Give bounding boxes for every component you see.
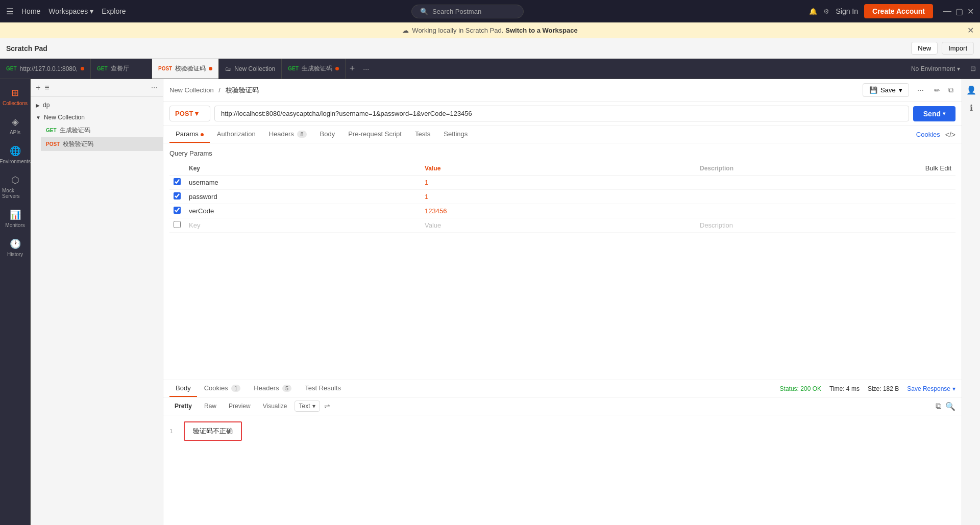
panel-filter-button[interactable]: ≡ [44, 83, 49, 92]
cookies-link[interactable]: Cookies [916, 131, 940, 138]
fmt-tab-visualize[interactable]: Visualize [258, 401, 292, 412]
resp-tab-cookies[interactable]: Cookies 1 [198, 380, 247, 397]
maximize-button[interactable]: ▢ [955, 7, 963, 16]
param-checkbox-placeholder[interactable] [174, 221, 181, 228]
tree-item-dp-label: dp [43, 102, 158, 109]
gear-icon[interactable]: ⚙ [823, 8, 829, 15]
param-key-3: verCode [189, 207, 214, 215]
copy-response-button[interactable]: ⧉ [936, 402, 941, 411]
param-value-2: 1 [425, 193, 428, 201]
tab-more-button[interactable]: ··· [359, 65, 373, 73]
menu-icon[interactable]: ☰ [6, 7, 13, 16]
tree-item-dp[interactable]: ▶ dp [31, 99, 163, 111]
send-button[interactable]: Send ▾ [913, 106, 955, 121]
response-status: Status: 200 OK Time: 4 ms Size: 182 B Sa… [780, 385, 955, 392]
save-button[interactable]: 💾 Save ▾ [863, 83, 909, 97]
sidebar-item-mock-servers[interactable]: ⬡ Mock Servers [0, 170, 30, 203]
search-input[interactable]: 🔍 Search Postman [411, 5, 524, 18]
url-input[interactable] [214, 106, 909, 121]
tab-body[interactable]: Body [314, 126, 341, 143]
new-button[interactable]: New [911, 42, 938, 55]
resp-tab-test-results[interactable]: Test Results [299, 380, 347, 397]
nav-right: 🔔 ⚙ Sign In Create Account — ▢ ✕ [809, 4, 974, 18]
tab-params[interactable]: Params [169, 126, 210, 143]
param-checkbox-3[interactable] [174, 207, 181, 214]
method-chevron-icon: ▾ [195, 110, 199, 117]
copy-button[interactable]: ⧉ [946, 84, 955, 96]
right-panel-info-icon[interactable]: ℹ [968, 101, 975, 115]
response-line-1: 1 验证码不正确 [169, 421, 955, 441]
tab-authorization[interactable]: Authorization [211, 126, 262, 143]
resp-tab-headers[interactable]: Headers 5 [248, 380, 298, 397]
response-tabs-bar: Body Cookies 1 Headers 5 Test Results St… [163, 380, 962, 397]
save-response-button[interactable]: Save Response ▾ [907, 385, 955, 392]
environment-label: No Environment [911, 65, 955, 72]
tab-pre-request-script[interactable]: Pre-request Script [342, 126, 408, 143]
param-checkbox-2[interactable] [174, 192, 181, 199]
param-checkbox-1[interactable] [174, 178, 181, 185]
panel-add-button[interactable]: + [36, 83, 40, 92]
fmt-tab-preview[interactable]: Preview [224, 401, 256, 412]
search-response-button[interactable]: 🔍 [945, 402, 955, 411]
sidebar-item-collections[interactable]: ⊞ Collections [0, 83, 30, 110]
more-options-button[interactable]: ··· [913, 84, 928, 97]
home-link[interactable]: Home [21, 7, 40, 15]
sidebar-item-apis[interactable]: ◈ APIs [0, 112, 30, 139]
create-account-button[interactable]: Create Account [864, 4, 933, 18]
tab-settings[interactable]: Settings [437, 126, 474, 143]
resp-tab-body[interactable]: Body [169, 380, 197, 397]
tree-item-verify-captcha[interactable]: POST 校验验证码 [41, 137, 163, 151]
banner-close-button[interactable]: ✕ [967, 26, 974, 35]
tab-headers[interactable]: Headers 8 [263, 126, 313, 143]
fmt-tab-raw[interactable]: Raw [199, 401, 222, 412]
wrap-icon[interactable]: ⇌ [324, 402, 330, 410]
workspaces-dropdown[interactable]: Workspaces ▾ [48, 7, 93, 15]
tab-add-button[interactable]: + [346, 63, 359, 74]
tree-item-new-collection[interactable]: ▼ New Collection [31, 111, 163, 123]
status-ok: Status: 200 OK [780, 385, 821, 392]
tree-item-generate-captcha[interactable]: GET 生成验证码 [41, 123, 163, 137]
format-chevron-icon: ▾ [312, 403, 315, 410]
param-value-1: 1 [425, 179, 428, 186]
tab-post-verify[interactable]: POST 校验验证码 [152, 59, 219, 79]
code-icon[interactable]: </> [945, 131, 955, 139]
response-actions: ⧉ 🔍 [936, 402, 955, 411]
bulk-edit-button[interactable]: Bulk Edit [925, 164, 951, 172]
window-controls: — ▢ ✕ [943, 7, 974, 16]
sidebar-item-history[interactable]: 🕐 History [0, 234, 30, 261]
param-key-placeholder: Key [189, 221, 200, 229]
explore-link[interactable]: Explore [102, 7, 126, 15]
tab-new-collection[interactable]: 🗂 New Collection [219, 59, 282, 79]
sign-in-button[interactable]: Sign In [836, 7, 858, 15]
right-panel-user-icon[interactable]: 👤 [964, 83, 978, 97]
query-params-title: Query Params [169, 149, 955, 157]
sidebar-item-environments[interactable]: 🌐 Environments [0, 141, 30, 168]
top-nav: ☰ Home Workspaces ▾ Explore 🔍 Search Pos… [0, 0, 980, 22]
tab-get-http[interactable]: GET http://127.0.0.1:8080, [0, 59, 91, 79]
bulk-edit-col: Bulk Edit [892, 161, 955, 176]
breadcrumb-parent[interactable]: New Collection [169, 86, 214, 94]
banner-cloud-icon: ☁ [402, 27, 409, 34]
tab-get-captcha[interactable]: GET 生成验证码 [282, 59, 346, 79]
banner-link[interactable]: Switch to a Workspace [505, 27, 577, 34]
environment-selector[interactable]: No Environment ▾ [905, 65, 966, 72]
import-button[interactable]: Import [942, 42, 974, 55]
bell-icon[interactable]: 🔔 [809, 8, 817, 15]
banner-main-text: Working locally in Scratch Pad. [412, 27, 503, 34]
tab-tests[interactable]: Tests [409, 126, 436, 143]
minimize-button[interactable]: — [943, 7, 951, 16]
format-type-selector[interactable]: Text ▾ [295, 401, 320, 412]
edit-button[interactable]: ✏ [932, 84, 942, 96]
panel-toggle-icon[interactable]: ⊡ [966, 65, 980, 72]
close-window-button[interactable]: ✕ [967, 7, 974, 16]
method-value: POST [175, 110, 193, 117]
breadcrumb-separator: / [218, 86, 220, 94]
sidebar-item-monitors[interactable]: 📊 Monitors [0, 205, 30, 232]
table-row: password 1 [169, 190, 955, 204]
breadcrumb: New Collection / 校验验证码 [169, 86, 859, 95]
method-selector[interactable]: POST ▾ [169, 106, 210, 121]
tab-get-restaurant[interactable]: GET 查餐厅 [91, 59, 152, 79]
fmt-tab-pretty[interactable]: Pretty [169, 401, 197, 412]
mock-servers-icon: ⬡ [11, 174, 19, 186]
panel-more-button[interactable]: ··· [151, 83, 158, 92]
